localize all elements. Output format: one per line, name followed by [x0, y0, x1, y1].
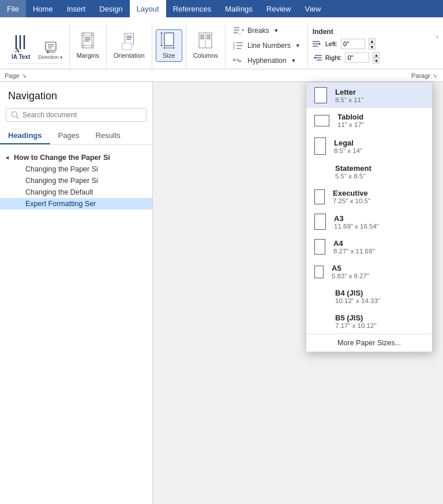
direction-icon — [44, 40, 58, 54]
nav-tab-results[interactable]: Results — [87, 128, 128, 144]
b4jis-text: B4 (JIS) 10.12" x 14.33" — [335, 289, 380, 304]
ia-text-icon: A — [12, 34, 30, 53]
menu-home[interactable]: Home — [26, 0, 60, 17]
orientation-group: Orientation — [107, 23, 152, 69]
letter-paper-icon — [314, 87, 327, 103]
menu-review[interactable]: Review — [260, 0, 298, 17]
b5jis-name: B5 (JIS) — [335, 313, 376, 322]
a5-paper-icon — [314, 266, 324, 278]
menu-mailings[interactable]: Mailings — [218, 0, 260, 17]
size-button[interactable]: Size — [156, 29, 182, 62]
size-option-statement[interactable]: Statement 5.5" x 8.5" — [306, 159, 432, 184]
menu-file[interactable]: File — [0, 0, 26, 17]
columns-icon — [196, 32, 215, 51]
b4jis-name: B4 (JIS) — [335, 289, 380, 297]
list-item[interactable]: Changing the Paper Si — [0, 163, 152, 175]
size-option-letter[interactable]: Letter 8.5" x 11" — [306, 83, 432, 108]
svg-line-63 — [17, 117, 19, 119]
size-option-a3[interactable]: A3 11.69" x 16.54" — [306, 209, 432, 234]
a4-size: 8.27" x 11.69" — [333, 248, 374, 255]
size-icon — [160, 32, 178, 51]
svg-marker-61 — [314, 57, 316, 59]
nav-toggle[interactable]: ◄ — [5, 155, 13, 160]
svg-marker-29 — [163, 47, 165, 49]
line-numbers-button[interactable]: 1 2 3 Line Numbers ▼ — [229, 39, 304, 53]
tabloid-size: 11" x 17" — [337, 121, 364, 128]
indent-left-value[interactable]: 0" — [341, 39, 365, 49]
hyphenation-icon: b a ¬ — [232, 55, 244, 66]
size-option-legal[interactable]: Legal 8.5" x 14" — [306, 133, 432, 159]
size-option-executive[interactable]: Executive 7.25" x 10.5" — [306, 184, 432, 209]
nav-tab-headings[interactable]: Headings — [0, 128, 50, 144]
list-item[interactable]: Expert Formatting Ser — [0, 198, 152, 210]
document-area: Letter 8.5" x 11" Tabloid 11" x 17" Lega… — [153, 82, 443, 504]
nav-item-text-4: Expert Formatting Ser — [25, 200, 96, 208]
size-option-b5jis[interactable]: B5 (JIS) 7.17" x 10.12" — [306, 309, 432, 334]
ia-text-button[interactable]: A IA Text — [8, 32, 33, 62]
indent-group-label: Indent — [313, 28, 380, 36]
executive-size: 7.25" x 10.5" — [333, 197, 370, 204]
ribbon-more[interactable]: › — [431, 17, 443, 56]
page-setup-group: Breaks ▼ 1 2 3 Line Numbers ▼ b — [226, 23, 308, 69]
indent-left-spinner[interactable]: ▲ ▼ — [369, 38, 376, 50]
letter-text: Letter 8.5" x 11" — [335, 88, 363, 103]
ribbon: A IA Text — [0, 17, 443, 69]
menu-insert[interactable]: Insert — [60, 0, 93, 17]
size-option-tabloid[interactable]: Tabloid 11" x 17" — [306, 108, 432, 133]
hyphenation-button[interactable]: b a ¬ Hyphenation ▼ — [229, 54, 304, 68]
search-input[interactable] — [22, 111, 141, 119]
size-option-a4[interactable]: A4 8.27" x 11.69" — [306, 234, 432, 259]
a4-name: A4 — [333, 239, 374, 248]
breaks-button[interactable]: Breaks ▼ — [229, 24, 304, 38]
nav-tree: ◄ How to Change the Paper Si Changing th… — [0, 150, 152, 504]
svg-marker-26 — [160, 32, 163, 33]
list-item[interactable]: Changing the Default — [0, 186, 152, 198]
menu-layout[interactable]: Layout — [130, 0, 166, 17]
size-option-a5[interactable]: A5 5.83" x 8.27" — [306, 259, 432, 284]
indent-right-value[interactable]: 0" — [345, 53, 369, 63]
orientation-button[interactable]: Orientation — [110, 30, 148, 61]
nav-item-text-1: Changing the Paper Si — [25, 165, 98, 173]
menu-references[interactable]: References — [166, 0, 218, 17]
nav-item-text-3: Changing the Default — [25, 188, 93, 196]
text-direction-group-label — [8, 64, 66, 66]
columns-button[interactable]: Columns — [190, 30, 222, 61]
size-option-b4jis[interactable]: B4 (JIS) 10.12" x 14.33" — [306, 284, 432, 309]
svg-text:a: a — [236, 58, 239, 62]
indent-right-spinner[interactable]: ▲ ▼ — [373, 52, 380, 64]
indent-left-down[interactable]: ▼ — [369, 44, 376, 50]
menu-view[interactable]: View — [298, 0, 328, 17]
legal-size: 8.5" x 14" — [334, 147, 362, 154]
nav-item-h1[interactable]: ◄ How to Change the Paper Si — [0, 152, 152, 163]
main-area: Navigation Headings Pages Results ◄ How … — [0, 82, 443, 504]
indent-right-down[interactable]: ▼ — [373, 58, 380, 64]
svg-rect-22 — [122, 43, 132, 50]
more-paper-sizes-button[interactable]: More Paper Sizes... — [306, 334, 432, 352]
indent-right-row: Right: 0" ▲ ▼ — [313, 52, 380, 64]
nav-tab-pages[interactable]: Pages — [50, 128, 88, 144]
tabloid-paper-icon — [314, 115, 329, 126]
indent-left-label: Left: — [325, 40, 337, 47]
a5-text: A5 5.83" x 8.27" — [332, 264, 369, 279]
search-box[interactable] — [6, 108, 147, 122]
margins-icon — [78, 32, 97, 51]
a5-size: 5.83" x 8.27" — [332, 272, 369, 279]
direction-button[interactable]: Direction ▼ — [36, 38, 65, 62]
navigation-pane: Navigation Headings Pages Results ◄ How … — [0, 82, 153, 504]
breaks-arrow: ▼ — [273, 28, 279, 33]
svg-rect-18 — [125, 33, 133, 44]
paragraph-launch-icon[interactable]: ↘ — [431, 72, 438, 79]
search-icon — [11, 111, 19, 119]
menu-design[interactable]: Design — [92, 0, 129, 17]
indent-left-up[interactable]: ▲ — [369, 38, 376, 44]
page-launch-icon[interactable]: ↘ — [21, 72, 28, 79]
statement-name: Statement — [335, 164, 371, 173]
size-dropdown: Letter 8.5" x 11" Tabloid 11" x 17" Lega… — [306, 82, 433, 352]
svg-marker-57 — [319, 43, 321, 45]
svg-text:¬: ¬ — [235, 62, 236, 65]
indent-right-up[interactable]: ▲ — [373, 52, 380, 58]
list-item[interactable]: Changing the Paper Si — [0, 175, 152, 186]
margins-button[interactable]: Margins — [73, 30, 103, 61]
indent-left-icon — [313, 40, 322, 48]
executive-paper-icon — [314, 189, 325, 204]
